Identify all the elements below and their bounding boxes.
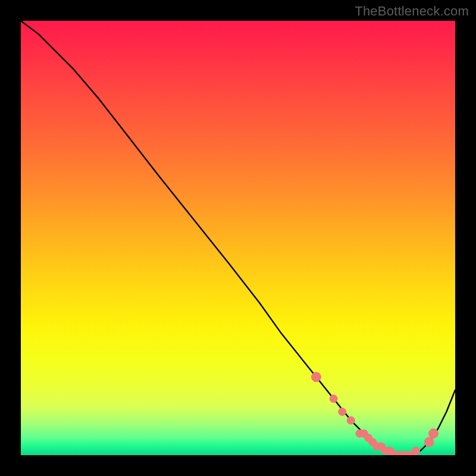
bottleneck-curve-path [21, 21, 455, 455]
curve-marker [311, 372, 321, 382]
curve-svg [21, 21, 455, 455]
curve-marker [339, 408, 346, 416]
watermark-text: TheBottleneck.com [355, 4, 469, 19]
chart-stage: TheBottleneck.com [0, 0, 476, 476]
curve-marker [330, 395, 337, 403]
curve-marker [347, 416, 355, 424]
curve-marker [429, 429, 439, 439]
plot-area [21, 21, 455, 455]
curve-marker [412, 447, 420, 455]
marker-group [311, 372, 438, 455]
curve-marker [424, 437, 434, 447]
